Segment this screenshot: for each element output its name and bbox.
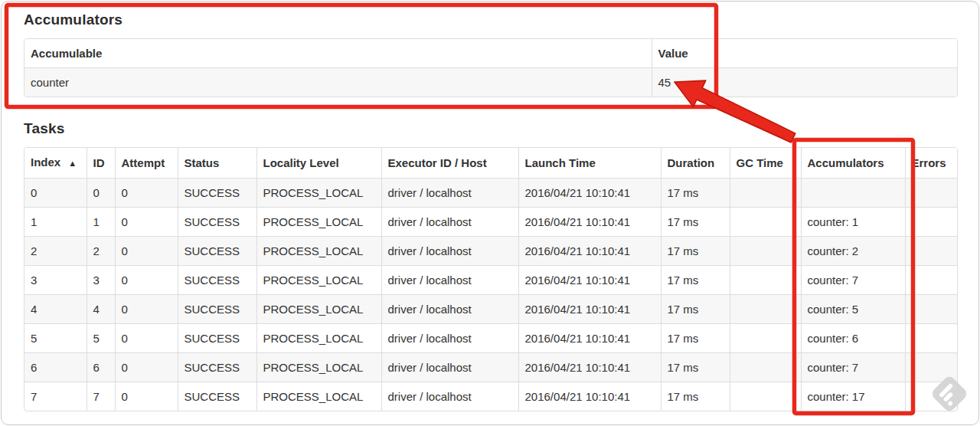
- col-header-locality-level[interactable]: Locality Level: [256, 148, 381, 179]
- cell-duration: 17 ms: [661, 179, 730, 208]
- cell-errors: [905, 237, 958, 266]
- col-header-accumulators[interactable]: Accumulators: [801, 148, 905, 179]
- cell-status: SUCCESS: [178, 208, 256, 237]
- cell-executor-id-host: driver / localhost: [381, 353, 518, 382]
- cell-launch-time: 2016/04/21 10:10:41: [518, 266, 661, 295]
- cell-locality-level: PROCESS_LOCAL: [256, 324, 381, 353]
- cell-status: SUCCESS: [178, 179, 256, 208]
- cell-launch-time: 2016/04/21 10:10:41: [518, 324, 661, 353]
- cell-attempt: 0: [115, 266, 178, 295]
- cell-accumulators: counter: 17: [801, 382, 905, 411]
- col-header-index[interactable]: Index▲: [24, 148, 87, 179]
- cell-executor-id-host: driver / localhost: [381, 266, 518, 295]
- cell-accumulators: counter: 7: [801, 353, 905, 382]
- cell-gc-time: [730, 353, 801, 382]
- col-header-id[interactable]: ID: [87, 148, 115, 179]
- cell-locality-level: PROCESS_LOCAL: [256, 295, 381, 324]
- cell-errors: [905, 266, 958, 295]
- cell-executor-id-host: driver / localhost: [381, 295, 518, 324]
- cell-accumulators: counter: 1: [801, 208, 905, 237]
- accumulator-row: counter 45: [24, 68, 958, 97]
- cell-locality-level: PROCESS_LOCAL: [256, 237, 381, 266]
- col-header-launch-time[interactable]: Launch Time: [518, 148, 661, 179]
- cell-errors: [905, 208, 958, 237]
- task-row: 550SUCCESSPROCESS_LOCALdriver / localhos…: [24, 324, 958, 353]
- cell-index: 0: [24, 179, 87, 208]
- spark-stage-page: Accumulators Accumulable Value counter 4…: [1, 1, 979, 425]
- cell-value: 45: [652, 68, 958, 97]
- cell-status: SUCCESS: [178, 295, 256, 324]
- cell-id: 2: [87, 237, 115, 266]
- cell-executor-id-host: driver / localhost: [381, 208, 518, 237]
- sort-ascending-icon: ▲: [68, 159, 77, 168]
- cell-status: SUCCESS: [178, 237, 256, 266]
- cell-attempt: 0: [115, 324, 178, 353]
- cell-launch-time: 2016/04/21 10:10:41: [518, 237, 661, 266]
- tasks-table-body: 000SUCCESSPROCESS_LOCALdriver / localhos…: [24, 179, 958, 411]
- cell-executor-id-host: driver / localhost: [381, 179, 518, 208]
- cell-launch-time: 2016/04/21 10:10:41: [518, 295, 661, 324]
- cell-gc-time: [730, 295, 801, 324]
- accumulators-table: Accumulable Value counter 45: [24, 38, 958, 97]
- cell-accumulators: counter: 2: [801, 237, 905, 266]
- cell-index: 6: [24, 353, 87, 382]
- cell-accumulable: counter: [24, 68, 652, 97]
- cell-gc-time: [730, 237, 801, 266]
- tasks-header-row: Index▲ ID Attempt Status Locality Level …: [24, 148, 958, 179]
- cell-duration: 17 ms: [661, 208, 730, 237]
- cell-gc-time: [730, 324, 801, 353]
- task-row: 440SUCCESSPROCESS_LOCALdriver / localhos…: [24, 295, 958, 324]
- col-header-executor-id-host[interactable]: Executor ID / Host: [381, 148, 518, 179]
- accumulators-header-row: Accumulable Value: [24, 39, 958, 68]
- cell-id: 3: [87, 266, 115, 295]
- col-header-value[interactable]: Value: [652, 39, 958, 68]
- col-header-accumulable[interactable]: Accumulable: [24, 39, 652, 68]
- cell-status: SUCCESS: [178, 353, 256, 382]
- cell-errors: [905, 295, 958, 324]
- cell-index: 3: [24, 266, 87, 295]
- cell-launch-time: 2016/04/21 10:10:41: [518, 353, 661, 382]
- cell-duration: 17 ms: [661, 382, 730, 411]
- cell-accumulators: counter: 5: [801, 295, 905, 324]
- cell-gc-time: [730, 179, 801, 208]
- task-row: 330SUCCESSPROCESS_LOCALdriver / localhos…: [24, 266, 958, 295]
- cell-executor-id-host: driver / localhost: [381, 324, 518, 353]
- cell-locality-level: PROCESS_LOCAL: [256, 353, 381, 382]
- cell-launch-time: 2016/04/21 10:10:41: [518, 382, 661, 411]
- cell-id: 0: [87, 179, 115, 208]
- cell-id: 5: [87, 324, 115, 353]
- cell-index: 7: [24, 382, 87, 411]
- cell-attempt: 0: [115, 382, 178, 411]
- cell-index: 1: [24, 208, 87, 237]
- cell-attempt: 0: [115, 295, 178, 324]
- cell-gc-time: [730, 382, 801, 411]
- cell-accumulators: counter: 6: [801, 324, 905, 353]
- cell-attempt: 0: [115, 208, 178, 237]
- cell-duration: 17 ms: [661, 324, 730, 353]
- col-header-status[interactable]: Status: [178, 148, 256, 179]
- cell-id: 1: [87, 208, 115, 237]
- cell-launch-time: 2016/04/21 10:10:41: [518, 179, 661, 208]
- col-header-gc-time[interactable]: GC Time: [730, 148, 801, 179]
- cell-status: SUCCESS: [178, 324, 256, 353]
- cell-duration: 17 ms: [661, 295, 730, 324]
- cell-locality-level: PROCESS_LOCAL: [256, 382, 381, 411]
- task-row: 660SUCCESSPROCESS_LOCALdriver / localhos…: [24, 353, 958, 382]
- cell-attempt: 0: [115, 353, 178, 382]
- col-header-errors[interactable]: Errors: [905, 148, 958, 179]
- cell-executor-id-host: driver / localhost: [381, 237, 518, 266]
- cell-duration: 17 ms: [661, 266, 730, 295]
- cell-duration: 17 ms: [661, 237, 730, 266]
- cell-locality-level: PROCESS_LOCAL: [256, 179, 381, 208]
- task-row: 000SUCCESSPROCESS_LOCALdriver / localhos…: [24, 179, 958, 208]
- task-row: 770SUCCESSPROCESS_LOCALdriver / localhos…: [24, 382, 958, 411]
- cell-errors: [905, 179, 958, 208]
- cell-duration: 17 ms: [661, 353, 730, 382]
- cell-status: SUCCESS: [178, 266, 256, 295]
- cell-id: 7: [87, 382, 115, 411]
- col-header-duration[interactable]: Duration: [661, 148, 730, 179]
- cell-attempt: 0: [115, 179, 178, 208]
- cell-locality-level: PROCESS_LOCAL: [256, 208, 381, 237]
- col-header-attempt[interactable]: Attempt: [115, 148, 178, 179]
- cell-status: SUCCESS: [178, 382, 256, 411]
